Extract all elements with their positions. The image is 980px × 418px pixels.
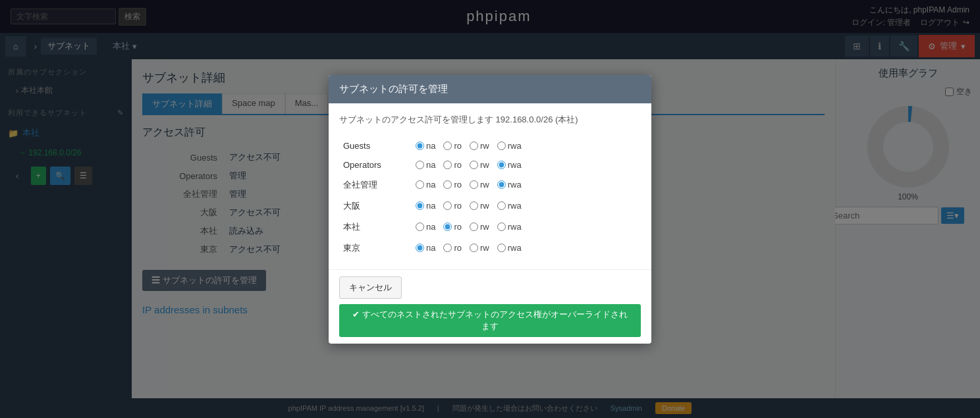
perm-radio-input[interactable]: [470, 161, 478, 169]
perm-radio-label[interactable]: rw: [470, 201, 489, 211]
perm-radio-input[interactable]: [443, 222, 452, 231]
perm-radio-input[interactable]: [470, 222, 478, 231]
modal-overlay: サブネットの許可を管理 サブネットのアクセス許可を管理します 192.168.0…: [0, 0, 980, 418]
perm-radio-label[interactable]: ro: [443, 243, 462, 253]
perm-radio-input[interactable]: [497, 161, 506, 169]
perm-radio-input[interactable]: [470, 142, 478, 150]
perm-radio-label[interactable]: ro: [443, 201, 462, 211]
perm-radio-input[interactable]: [470, 201, 478, 210]
perm-table: Guests na ro rw rwaOperators na ro rw rw…: [339, 136, 641, 259]
perm-radio-input[interactable]: [443, 142, 452, 150]
perm-row: Guests na ro rw rwa: [339, 136, 641, 155]
perm-radio-label[interactable]: ro: [443, 160, 462, 170]
perm-radio-input[interactable]: [443, 161, 452, 169]
perm-radio-label[interactable]: rwa: [497, 180, 522, 190]
perm-radio-label[interactable]: na: [416, 201, 435, 211]
perm-label: 大阪: [339, 196, 412, 217]
perm-radio-label[interactable]: ro: [443, 141, 462, 151]
perm-label: 全社管理: [339, 174, 412, 196]
perm-radio-label[interactable]: rwa: [497, 201, 522, 211]
perm-radio-label[interactable]: rw: [470, 141, 489, 151]
perm-options: na ro rw rwa: [412, 217, 641, 238]
perm-radio-input[interactable]: [416, 142, 424, 150]
perm-label: Guests: [339, 136, 412, 155]
perm-radio-input[interactable]: [443, 201, 452, 210]
perm-label: Operators: [339, 155, 412, 174]
perm-radio-label[interactable]: na: [416, 141, 435, 151]
perm-radio-input[interactable]: [416, 161, 424, 169]
perm-radio-label[interactable]: na: [416, 160, 435, 170]
perm-radio-label[interactable]: rw: [470, 243, 489, 253]
perm-radio-input[interactable]: [416, 180, 424, 189]
perm-row: Operators na ro rw rwa: [339, 155, 641, 174]
perm-radio-label[interactable]: rwa: [497, 141, 522, 151]
perm-label: 本社: [339, 217, 412, 238]
perm-radio-input[interactable]: [443, 244, 452, 252]
perm-radio-input[interactable]: [497, 201, 506, 210]
perm-row: 本社 na ro rw rwa: [339, 217, 641, 238]
perm-radio-input[interactable]: [470, 180, 478, 189]
perm-radio-input[interactable]: [416, 222, 424, 231]
perm-radio-input[interactable]: [497, 244, 506, 252]
modal: サブネットの許可を管理 サブネットのアクセス許可を管理します 192.168.0…: [329, 75, 651, 344]
perm-radio-label[interactable]: rw: [470, 180, 489, 190]
modal-header: サブネットの許可を管理: [329, 75, 651, 103]
perm-radio-label[interactable]: rwa: [497, 243, 522, 253]
perm-row: 大阪 na ro rw rwa: [339, 196, 641, 217]
perm-radio-input[interactable]: [443, 180, 452, 189]
perm-radio-input[interactable]: [470, 244, 478, 252]
perm-label: 東京: [339, 238, 412, 259]
perm-radio-input[interactable]: [497, 180, 506, 189]
perm-radio-label[interactable]: na: [416, 180, 435, 190]
perm-radio-label[interactable]: na: [416, 243, 435, 253]
modal-footer: キャンセル ✔ すべてのネストされたサブネットのアクセス権がオーバーライドされま…: [329, 269, 651, 344]
perm-options: na ro rw rwa: [412, 136, 641, 155]
perm-radio-label[interactable]: rwa: [497, 160, 522, 170]
perm-row: 東京 na ro rw rwa: [339, 238, 641, 259]
perm-radio-label[interactable]: ro: [443, 222, 462, 232]
perm-radio-label[interactable]: ro: [443, 180, 462, 190]
perm-radio-input[interactable]: [416, 244, 424, 252]
perm-options: na ro rw rwa: [412, 155, 641, 174]
modal-subtitle: サブネットのアクセス許可を管理します 192.168.0.0/26 (本社): [339, 114, 641, 126]
override-button[interactable]: ✔ すべてのネストされたサブネットのアクセス権がオーバーライドされます: [339, 304, 641, 337]
perm-radio-input[interactable]: [416, 201, 424, 210]
perm-radio-label[interactable]: rwa: [497, 222, 522, 232]
modal-body: サブネットのアクセス許可を管理します 192.168.0.0/26 (本社) G…: [329, 103, 651, 269]
perm-row: 全社管理 na ro rw rwa: [339, 174, 641, 196]
perm-radio-input[interactable]: [497, 222, 506, 231]
modal-btn-row: キャンセル: [339, 276, 641, 299]
perm-radio-input[interactable]: [497, 142, 506, 150]
perm-options: na ro rw rwa: [412, 238, 641, 259]
perm-options: na ro rw rwa: [412, 196, 641, 217]
perm-radio-label[interactable]: rw: [470, 222, 489, 232]
perm-options: na ro rw rwa: [412, 174, 641, 196]
perm-radio-label[interactable]: rw: [470, 160, 489, 170]
cancel-button[interactable]: キャンセル: [339, 276, 402, 299]
perm-radio-label[interactable]: na: [416, 222, 435, 232]
